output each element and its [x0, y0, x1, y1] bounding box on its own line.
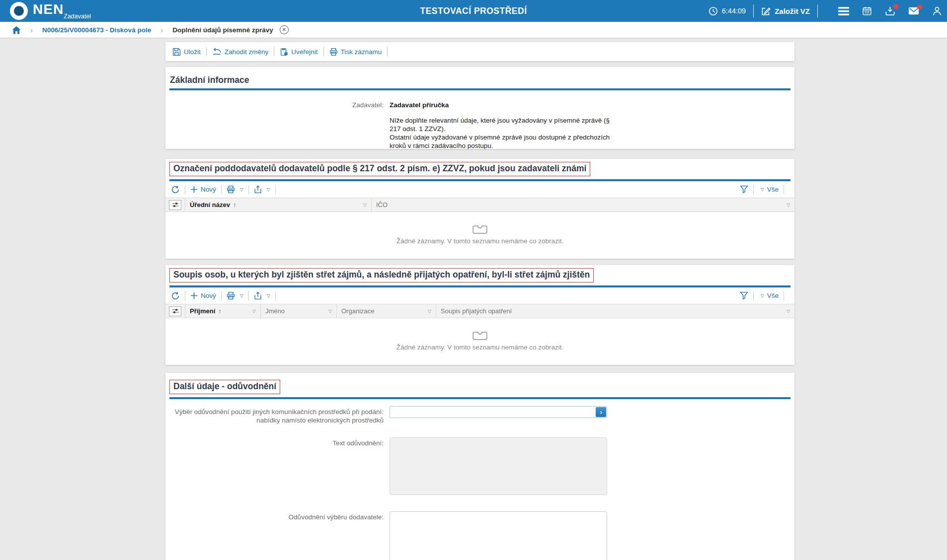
filter-all-button[interactable]: Vše [767, 292, 779, 299]
subcontractors-title: Označení poddodavatelů dodavatelů podle … [173, 163, 586, 173]
refresh-button[interactable] [171, 185, 180, 194]
toolbar-separator [784, 185, 784, 194]
filter-funnel-icon[interactable] [740, 291, 748, 300]
inbox-button[interactable] [885, 6, 895, 16]
clipboard-gear-icon [280, 48, 288, 56]
menu-button[interactable] [838, 7, 849, 15]
conflict-table-header: Příjmení↑ ▽ Jméno ▽ Organizace ▽ Soupis … [165, 304, 794, 318]
nen-logo-icon [10, 2, 28, 20]
toolbar-separator [274, 47, 274, 56]
clock-icon [709, 6, 718, 16]
supplier-selection-text-area[interactable] [390, 511, 607, 560]
export-icon [254, 185, 262, 194]
export-grid-button[interactable]: ▽ [254, 291, 270, 300]
save-button[interactable]: Uložit [172, 48, 201, 56]
supplier-selection-label: Odůvodnění výběru dodavatele: [165, 511, 384, 521]
calendar-button[interactable] [862, 6, 872, 16]
discard-changes-button[interactable]: Zahodit změny [212, 48, 269, 56]
conflict-grid-toolbar: Nový ▽ ▽ ▽ Vše [165, 287, 794, 304]
column-header-ico[interactable]: IČO ▽ [372, 198, 794, 211]
column-label: Jméno [265, 307, 285, 315]
toolbar-separator [248, 291, 249, 300]
create-vz-label: Založit VZ [775, 7, 810, 15]
column-filter-icon[interactable]: ▽ [363, 203, 367, 208]
contracting-authority-value: Zadavatel příručka [390, 101, 449, 109]
column-settings-button[interactable] [169, 200, 181, 210]
chevron-down-icon[interactable]: ▽ [267, 187, 270, 192]
column-header-surname[interactable]: Příjmení↑ ▽ [185, 304, 261, 318]
calendar-icon [862, 6, 872, 16]
column-header-measures[interactable]: Soupis přijatých opatření ▽ [436, 304, 794, 318]
print-grid-button[interactable]: ▽ [227, 185, 243, 194]
column-label: Soupis přijatých opatření [441, 307, 512, 315]
column-filter-icon[interactable]: ▽ [428, 309, 431, 314]
column-label: Organizace [341, 307, 374, 315]
contracting-authority-label: Zadavatel: [165, 101, 384, 109]
chevron-down-icon[interactable]: ▽ [267, 293, 270, 298]
record-action-toolbar: Uložit Zahodit změny Uveřejnit Tisk zázn… [165, 42, 794, 61]
export-grid-button[interactable]: ▽ [254, 185, 270, 194]
breadcrumb-procedure-link[interactable]: N006/25/V00004673 - Disková pole [42, 26, 151, 34]
user-profile-button[interactable] [932, 6, 942, 16]
page-content: Uložit Zahodit změny Uveřejnit Tisk zázn… [0, 38, 947, 560]
print-grid-button[interactable]: ▽ [227, 291, 243, 300]
chevron-down-icon[interactable]: ▽ [240, 187, 243, 192]
conflict-empty-state: Žádné záznamy. V tomto seznamu nemáme co… [165, 318, 794, 364]
chevron-down-icon[interactable]: ▽ [761, 187, 764, 192]
column-label: IČO [376, 201, 388, 209]
column-filter-icon[interactable]: ▽ [252, 309, 256, 314]
topbar-divider [753, 4, 754, 17]
note-paragraph: Níže doplňte relevantní údaje, které jso… [390, 116, 610, 133]
create-vz-button[interactable]: Založit VZ [761, 6, 810, 16]
filter-funnel-icon[interactable] [740, 185, 748, 194]
label-line: Výběr odůvodnění použití jiných komunika… [165, 408, 384, 416]
section-rule [169, 88, 790, 90]
conflict-title-box: Soupis osob, u kterých byl zjištěn střet… [169, 268, 594, 282]
open-picker-button[interactable]: › [596, 407, 606, 417]
column-settings-button[interactable] [169, 306, 181, 316]
printer-icon [227, 291, 235, 300]
toolbar-separator [387, 47, 388, 56]
new-record-button[interactable]: Nový [190, 186, 216, 193]
edit-icon [761, 6, 771, 16]
nen-logo[interactable]: NEN Zadavatel [0, 0, 64, 22]
sort-asc-icon: ↑ [218, 307, 222, 315]
refresh-button[interactable] [171, 291, 180, 300]
publish-button[interactable]: Uveřejnit [280, 48, 317, 56]
column-filter-icon[interactable]: ▽ [787, 203, 790, 208]
column-filter-icon[interactable]: ▽ [787, 309, 790, 314]
toolbar-separator [323, 47, 324, 56]
session-time: 6:44:09 [722, 7, 746, 15]
printer-icon [329, 48, 338, 56]
filter-all-button[interactable]: Vše [767, 186, 779, 193]
new-record-button[interactable]: Nový [190, 292, 216, 299]
basic-info-title: Základní informace [170, 75, 794, 85]
toolbar-separator [185, 185, 185, 194]
column-filter-icon[interactable]: ▽ [328, 309, 332, 314]
additional-title: Další údaje - odůvodnění [173, 381, 276, 391]
communication-justification-picker: › [390, 406, 607, 418]
close-tab-icon[interactable]: ✕ [280, 25, 289, 34]
sort-asc-icon: ↑ [233, 201, 237, 209]
print-label: Tisk záznamu [341, 48, 382, 56]
home-icon[interactable] [12, 26, 21, 34]
column-header-organization[interactable]: Organizace ▽ [337, 304, 436, 318]
toolbar-separator [248, 185, 249, 194]
hamburger-icon [838, 7, 849, 15]
logo-subtitle: Zadavatel [64, 13, 91, 20]
print-record-button[interactable]: Tisk záznamu [329, 48, 382, 56]
column-label: Příjmení [190, 307, 215, 315]
chevron-down-icon[interactable]: ▽ [240, 293, 243, 298]
column-label: Úřední název [190, 201, 230, 209]
column-header-official-name[interactable]: Úřední název↑ ▽ [185, 198, 372, 211]
toolbar-separator [206, 47, 207, 56]
communication-justification-input[interactable] [391, 407, 593, 417]
messages-button[interactable] [908, 6, 919, 15]
basic-info-section: Základní informace Zadavatel: Zadavatel … [165, 67, 794, 149]
section-rule [169, 397, 790, 399]
new-record-label: Nový [201, 186, 216, 193]
export-icon [254, 291, 262, 300]
column-header-firstname[interactable]: Jméno ▽ [261, 304, 337, 318]
chevron-down-icon[interactable]: ▽ [761, 293, 764, 298]
topbar-divider [817, 4, 818, 17]
